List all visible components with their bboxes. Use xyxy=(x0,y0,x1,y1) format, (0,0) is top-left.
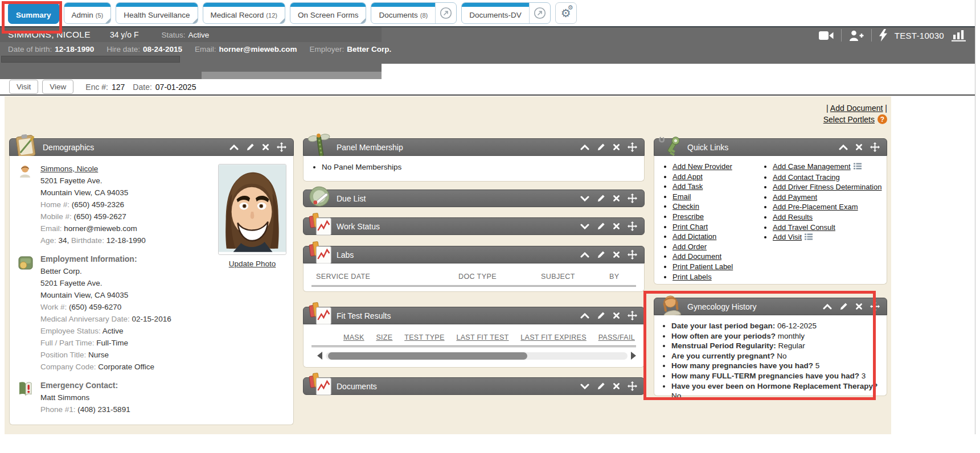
edit-icon[interactable] xyxy=(597,250,605,259)
edit-icon[interactable] xyxy=(597,222,605,230)
portlet-header: Due List xyxy=(303,190,645,207)
move-icon[interactable] xyxy=(628,193,637,203)
quick-link[interactable]: Add Travel Consult xyxy=(773,223,835,232)
close-icon[interactable] xyxy=(613,382,620,390)
tab-documents-dv[interactable]: Documents-DV xyxy=(461,2,551,24)
horizontal-scrollbar[interactable] xyxy=(317,352,636,360)
patient-name-link[interactable]: Simmons, Nicole xyxy=(40,164,98,173)
quick-link[interactable]: Add Order xyxy=(673,242,707,251)
divider xyxy=(841,29,842,42)
tab-summary[interactable]: Summary xyxy=(8,2,59,24)
edit-icon[interactable] xyxy=(597,194,605,203)
collapse-icon[interactable] xyxy=(580,313,589,319)
collapse-icon[interactable] xyxy=(580,145,589,150)
tab-label: Summary xyxy=(16,11,51,19)
quick-link-item: Print Labels xyxy=(673,272,761,282)
edit-icon[interactable] xyxy=(246,143,255,151)
close-icon[interactable] xyxy=(613,312,620,319)
add-document-link[interactable]: Add Document xyxy=(830,104,883,113)
scroll-gutter xyxy=(975,0,980,434)
quick-link[interactable]: Add Task xyxy=(673,182,703,191)
view-button[interactable]: View xyxy=(42,80,73,94)
move-icon[interactable] xyxy=(870,302,880,311)
collapse-icon[interactable] xyxy=(839,145,848,150)
close-icon[interactable] xyxy=(855,303,863,310)
chart-stats-icon[interactable] xyxy=(952,30,966,42)
move-icon[interactable] xyxy=(628,381,637,391)
edit-icon[interactable] xyxy=(597,382,605,390)
tab-documents[interactable]: Documents (8) xyxy=(371,2,457,24)
tab-medical-record[interactable]: Medical Record (12) xyxy=(203,2,285,24)
scrollbar-thumb[interactable] xyxy=(328,352,527,360)
quick-link[interactable]: Add Appt xyxy=(673,172,703,181)
sortable-column-header[interactable]: MASK xyxy=(343,333,364,341)
tab-health-surveillance[interactable]: Health Surveillance xyxy=(116,2,198,24)
add-person-icon[interactable] xyxy=(849,30,864,41)
quick-link[interactable]: Add Pre-Placement Exam xyxy=(773,203,858,211)
quick-link[interactable]: Checkin xyxy=(673,202,699,211)
move-icon[interactable] xyxy=(628,250,637,260)
sortable-column-header[interactable]: PASS/FAIL xyxy=(598,333,635,341)
popout-icon[interactable] xyxy=(529,3,550,23)
expand-icon[interactable] xyxy=(580,384,589,389)
quick-link[interactable]: Print Patient Label xyxy=(673,262,733,271)
collapse-icon[interactable] xyxy=(823,304,832,310)
edit-icon[interactable] xyxy=(597,311,605,320)
edit-icon[interactable] xyxy=(839,302,848,311)
move-icon[interactable] xyxy=(628,311,637,320)
quick-link[interactable]: Add Driver Fitness Determination xyxy=(773,183,881,191)
header-step-light xyxy=(202,72,382,79)
quick-link[interactable]: Add Dictation xyxy=(673,232,716,241)
sortable-column-header[interactable]: TEST TYPE xyxy=(404,333,444,341)
quick-link[interactable]: Add Contact Tracing xyxy=(773,173,840,182)
collapse-icon[interactable] xyxy=(229,145,239,150)
update-photo-link[interactable]: Update Photo xyxy=(229,260,276,268)
quick-link[interactable]: Add Visit xyxy=(773,233,802,241)
quick-action-bolt-icon[interactable] xyxy=(879,29,887,42)
expand-icon[interactable] xyxy=(580,196,589,201)
quick-link[interactable]: Email xyxy=(673,192,691,201)
edit-icon[interactable] xyxy=(597,143,605,151)
close-icon[interactable] xyxy=(262,143,269,151)
quick-link[interactable]: Add Payment xyxy=(773,193,817,201)
portlet-title: Documents xyxy=(337,382,377,391)
quick-link[interactable]: Add Document xyxy=(673,252,721,261)
move-icon[interactable] xyxy=(870,142,880,152)
close-icon[interactable] xyxy=(613,143,620,151)
tab-on-screen-forms[interactable]: On Screen Forms xyxy=(290,2,367,24)
tab-admin[interactable]: Admin (5) xyxy=(64,2,112,24)
popout-icon[interactable] xyxy=(435,3,456,23)
quick-link[interactable]: Add Results xyxy=(773,213,813,221)
move-icon[interactable] xyxy=(628,142,637,152)
scroll-right-arrow[interactable] xyxy=(631,352,636,360)
column-header: SUBJECT xyxy=(541,273,609,281)
quick-link[interactable]: Add Case Management xyxy=(773,162,851,171)
video-call-icon[interactable] xyxy=(819,31,834,40)
close-icon[interactable] xyxy=(613,195,620,202)
sortable-column-header[interactable]: LAST FIT EXPIRES xyxy=(520,333,587,341)
visit-button[interactable]: Visit xyxy=(9,80,38,94)
select-portlets-link[interactable]: Select Portlets xyxy=(823,115,875,124)
list-grid-icon xyxy=(805,233,813,243)
move-icon[interactable] xyxy=(277,142,286,152)
move-icon[interactable] xyxy=(628,221,637,231)
close-icon[interactable] xyxy=(613,223,620,230)
quick-link[interactable]: Prescribe xyxy=(673,212,704,221)
quick-link[interactable]: Add New Provider xyxy=(673,162,732,171)
close-icon[interactable] xyxy=(855,143,863,151)
close-icon[interactable] xyxy=(613,251,620,258)
collapse-icon[interactable] xyxy=(580,252,589,258)
status-value: Active xyxy=(188,31,210,39)
quick-link[interactable]: Print Labels xyxy=(673,273,712,281)
sortable-column-header[interactable]: SIZE xyxy=(376,333,392,341)
quick-link[interactable]: Print Chart xyxy=(673,223,708,231)
quick-link-item: Print Chart xyxy=(673,222,761,232)
tab-settings-button[interactable]: ⚙ ⚙ xyxy=(555,2,577,24)
scrollbar-track[interactable] xyxy=(326,352,628,360)
scroll-left-arrow[interactable] xyxy=(317,352,322,360)
quick-link-item: Add Travel Consult xyxy=(773,223,884,233)
help-icon[interactable]: ? xyxy=(878,114,887,124)
quick-link-item: Checkin xyxy=(673,201,761,212)
expand-icon[interactable] xyxy=(580,224,589,229)
sortable-column-header[interactable]: LAST FIT TEST xyxy=(456,333,509,341)
